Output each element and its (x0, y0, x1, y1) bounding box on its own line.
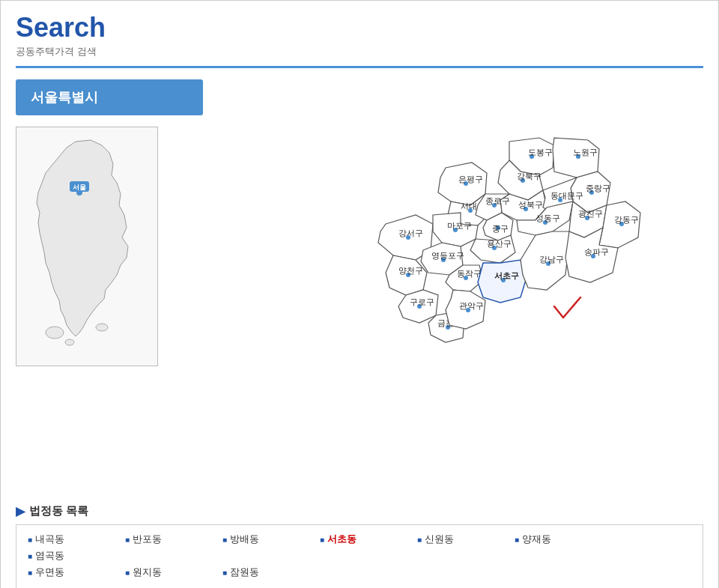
dong-bullet: ■ (320, 536, 324, 544)
dong-item-yangjaedong[interactable]: ■ 양재동 (515, 533, 612, 546)
dong-item-wonjidong[interactable]: ■ 원지동 (125, 566, 222, 579)
svg-point-1 (96, 324, 108, 331)
svg-text:양천구: 양천구 (398, 266, 423, 275)
korea-map-box: 서울 (16, 127, 158, 366)
svg-text:구로구: 구로구 (410, 297, 434, 306)
dong-item-seochodong[interactable]: ■ 서초동 (320, 533, 417, 546)
page-wrapper: Search 공동주택가격 검색 서울특별시 서울 (0, 0, 719, 588)
dong-bullet: ■ (222, 569, 227, 577)
korea-map-svg: 서울 (23, 134, 151, 359)
dong-bullet: ■ (125, 569, 130, 577)
svg-text:동작구: 동작구 (457, 269, 482, 278)
page-title: Search (16, 12, 703, 43)
section-arrow-icon: ▶ (16, 504, 25, 518)
dong-list-title: 법정동 목록 (29, 504, 88, 518)
page-subtitle: 공동주택가격 검색 (16, 45, 703, 58)
svg-text:노원구: 노원구 (573, 148, 598, 157)
svg-text:강서구: 강서구 (398, 228, 423, 237)
dong-row-1: ■ 내곡동 ■ 반포동 ■ 방배동 ■ 서초동 ■ 신원동 ■ 양재동 (28, 533, 691, 563)
dong-item-banpodong[interactable]: ■ 반포동 (125, 533, 222, 546)
svg-text:영등포구: 영등포구 (431, 251, 464, 260)
svg-text:마포구: 마포구 (447, 221, 472, 230)
svg-text:광진구: 광진구 (578, 209, 603, 218)
dong-item-yeomgokdong[interactable]: ■ 염곡동 (28, 549, 125, 563)
svg-text:강남구: 강남구 (539, 255, 564, 264)
svg-text:중랑구: 중랑구 (586, 184, 610, 193)
dong-item-bangbaedong[interactable]: ■ 방배동 (222, 533, 320, 546)
dong-bullet: ■ (222, 536, 227, 544)
dong-row-2: ■ 우면동 ■ 원지동 ■ 잠원동 (28, 566, 691, 579)
dong-bullet: ■ (28, 536, 32, 544)
dong-bullet: ■ (515, 536, 519, 544)
dong-bullet: ■ (28, 552, 32, 560)
svg-text:중구: 중구 (492, 224, 509, 233)
svg-text:성동구: 성동구 (536, 213, 560, 222)
seoul-map-svg[interactable]: 도봉구 노원구 강북구 중랑구 은평구 (180, 127, 703, 494)
content-area: 서울 도봉구 노원구 강북구 (16, 127, 703, 497)
right-panel: 도봉구 노원구 강북구 중랑구 은평구 (180, 127, 703, 497)
dong-item-umyeondong[interactable]: ■ 우면동 (28, 566, 125, 579)
dong-item-jamwondong[interactable]: ■ 잠원동 (222, 566, 320, 579)
left-panel: 서울 (16, 127, 166, 497)
dong-bullet: ■ (417, 536, 422, 544)
dong-bullet: ■ (28, 569, 32, 577)
svg-text:서울: 서울 (73, 184, 86, 191)
svg-text:강북구: 강북구 (517, 172, 541, 181)
dong-list-section-header: ▶ 법정동 목록 (16, 504, 703, 518)
svg-text:종로구: 종로구 (485, 196, 510, 205)
nowongu-district[interactable] (553, 138, 599, 178)
svg-text:도봉구: 도봉구 (528, 148, 553, 157)
svg-text:성북구: 성북구 (518, 200, 543, 209)
city-button[interactable]: 서울특별시 (16, 79, 203, 115)
svg-text:강동구: 강동구 (614, 215, 639, 224)
dong-bullet: ■ (125, 536, 130, 544)
svg-text:동대문구: 동대문구 (550, 191, 583, 200)
svg-text:용산구: 용산구 (487, 239, 512, 248)
svg-point-2 (65, 339, 74, 345)
svg-text:은평구: 은평구 (458, 175, 483, 184)
svg-point-0 (46, 327, 64, 339)
dong-item-naegokdong[interactable]: ■ 내곡동 (28, 533, 125, 546)
dong-item-sinwondong[interactable]: ■ 신원동 (417, 533, 515, 546)
dong-list-box: ■ 내곡동 ■ 반포동 ■ 방배동 ■ 서초동 ■ 신원동 ■ 양재동 (16, 524, 703, 588)
header: Search 공동주택가격 검색 (16, 8, 703, 68)
svg-text:서초구: 서초구 (494, 271, 519, 280)
svg-text:관악구: 관악구 (459, 301, 484, 310)
svg-text:송파구: 송파구 (584, 247, 609, 256)
